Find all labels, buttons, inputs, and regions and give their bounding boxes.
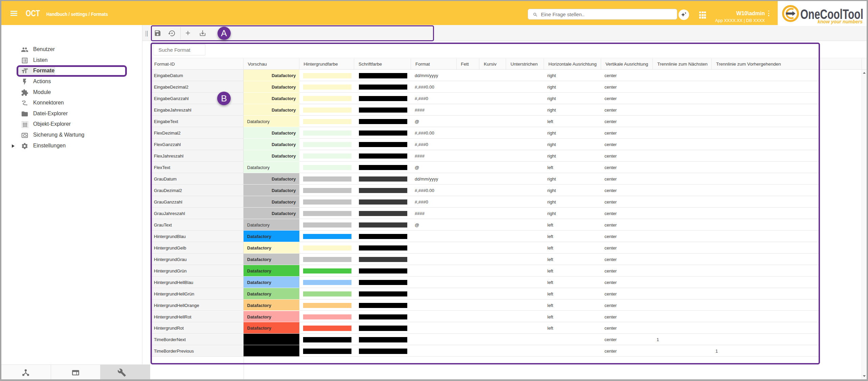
- svg-text:OCT: OCT: [26, 8, 40, 18]
- svg-text:know your numbers: know your numbers: [818, 19, 863, 24]
- svg-text:Handbuch / settings / Formats: Handbuch / settings / Formats: [46, 11, 108, 17]
